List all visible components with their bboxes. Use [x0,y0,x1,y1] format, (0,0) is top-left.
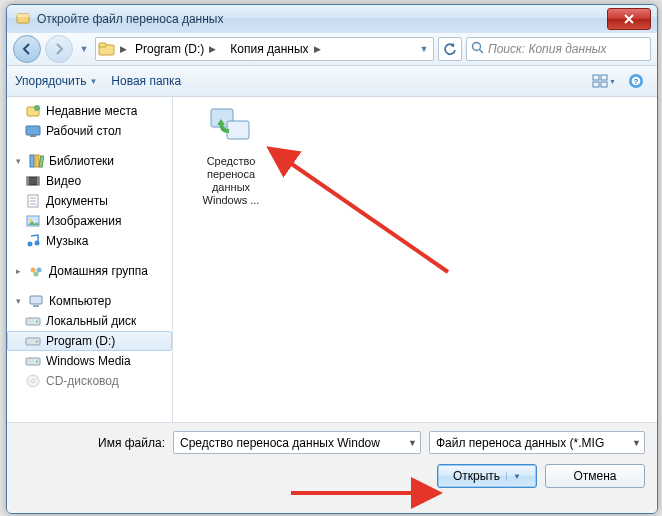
cancel-button[interactable]: Отмена [545,464,645,488]
help-button[interactable]: ? [623,69,649,93]
chevron-right-icon: ▶ [209,44,216,54]
expand-icon: ▾ [13,156,23,166]
expand-icon: ▸ [13,266,23,276]
svg-rect-16 [30,135,36,137]
annotation-arrow [278,152,458,285]
tree-label: Локальный диск [46,314,136,328]
tree-computer[interactable]: ▾ Компьютер [7,291,172,311]
svg-rect-34 [30,296,42,304]
titlebar: Откройте файл переноса данных [7,5,657,33]
toolbar: Упорядочить ▼ Новая папка ▼ ? [7,66,657,97]
svg-rect-35 [33,305,39,307]
tree-label: Домашняя группа [49,264,148,278]
back-button[interactable] [13,35,41,63]
svg-rect-22 [37,177,39,185]
svg-rect-45 [227,121,249,139]
breadcrumb-label: Program (D:) [135,42,204,56]
svg-rect-3 [99,43,106,47]
search-box[interactable]: Поиск: Копия данных [466,37,651,61]
chevron-right-icon: ▶ [314,44,321,54]
svg-line-5 [480,50,484,54]
folder-icon [98,41,116,57]
svg-rect-6 [593,75,599,80]
breadcrumb-label: Копия данных [230,42,308,56]
chevron-down-icon: ▼ [89,77,97,86]
organize-label: Упорядочить [15,74,86,88]
svg-point-43 [32,380,35,383]
window-title: Откройте файл переноса данных [37,12,223,26]
tree-item-drive-selected[interactable]: Program (D:) [7,331,172,351]
client-area: Недавние места Рабочий стол ▾ Библиотеки… [7,97,657,441]
tree-item-music[interactable]: Музыка [7,231,172,251]
close-icon [624,14,634,24]
file-item[interactable]: Средство переноса данных Windows ... [189,103,273,207]
filename-label: Имя файла: [98,436,165,450]
filename-input[interactable]: Средство переноса данных Window ▼ [173,431,421,454]
svg-rect-18 [35,155,39,167]
tree-libraries[interactable]: ▾ Библиотеки [7,151,172,171]
filetype-value: Файл переноса данных (*.MIG [436,436,604,450]
organize-menu[interactable]: Упорядочить ▼ [15,74,97,88]
svg-point-14 [34,105,40,111]
search-placeholder: Поиск: Копия данных [488,42,607,56]
refresh-button[interactable] [438,37,462,61]
tree-item-pictures[interactable]: Изображения [7,211,172,231]
filename-value: Средство переноса данных Window [180,436,380,450]
svg-point-29 [28,242,33,247]
chevron-down-icon: ▼ [408,438,417,448]
breadcrumb-segment[interactable]: Program (D:)▶ [129,39,222,59]
video-icon [25,173,41,189]
help-icon: ? [628,73,644,89]
svg-point-33 [34,272,39,277]
breadcrumb-segment[interactable]: Копия данных▶ [224,39,326,59]
music-icon [25,233,41,249]
address-bar[interactable]: ▶ Program (D:)▶ Копия данных▶ ▼ [95,37,434,61]
search-icon [471,41,484,57]
close-button[interactable] [607,8,651,30]
chevron-down-icon: ▼ [609,78,616,85]
tree-item-recent[interactable]: Недавние места [7,101,172,121]
svg-rect-19 [39,156,44,167]
forward-button[interactable] [45,35,73,63]
recent-icon [25,103,41,119]
tree-item-desktop[interactable]: Рабочий стол [7,121,172,141]
tree-label: Windows Media [46,354,131,368]
view-options-button[interactable]: ▼ [591,69,617,93]
navigation-tree: Недавние места Рабочий стол ▾ Библиотеки… [7,97,173,441]
svg-rect-1 [17,14,29,17]
tree-label: Недавние места [46,104,137,118]
homegroup-icon [28,263,44,279]
tree-item-drive[interactable]: Windows Media [7,351,172,371]
filetype-select[interactable]: Файл переноса данных (*.MIG ▼ [429,431,645,454]
svg-text:?: ? [634,77,639,86]
view-icon [592,74,608,88]
tree-item-drive[interactable]: Локальный диск [7,311,172,331]
svg-point-4 [473,43,481,51]
expand-icon: ▾ [13,296,23,306]
drive-icon [25,353,41,369]
file-thumbnail [207,103,255,151]
svg-point-30 [35,241,40,246]
svg-line-46 [286,160,448,272]
address-dropdown[interactable]: ▼ [417,38,431,60]
tree-item-documents[interactable]: Документы [7,191,172,211]
drive-icon [25,313,41,329]
tree-item-video[interactable]: Видео [7,171,172,191]
svg-rect-9 [601,82,607,87]
tree-homegroup[interactable]: ▸ Домашняя группа [7,261,172,281]
libraries-icon [28,153,44,169]
toolbar-right: ▼ ? [591,69,649,93]
svg-rect-21 [27,177,29,185]
new-folder-button[interactable]: Новая папка [111,74,181,88]
arrow-right-icon [53,43,65,55]
open-button[interactable]: Открыть ▼ [437,464,537,488]
svg-point-41 [36,361,38,363]
chevron-right-icon: ▶ [120,44,127,54]
history-dropdown[interactable]: ▼ [77,38,91,60]
open-label: Открыть [453,469,500,483]
file-list[interactable]: Средство переноса данных Windows ... [173,97,657,441]
chevron-down-icon: ▼ [506,472,521,481]
tree-item-cd[interactable]: CD-дисковод [7,371,172,391]
documents-icon [25,193,41,209]
tree-label: Program (D:) [46,334,115,348]
